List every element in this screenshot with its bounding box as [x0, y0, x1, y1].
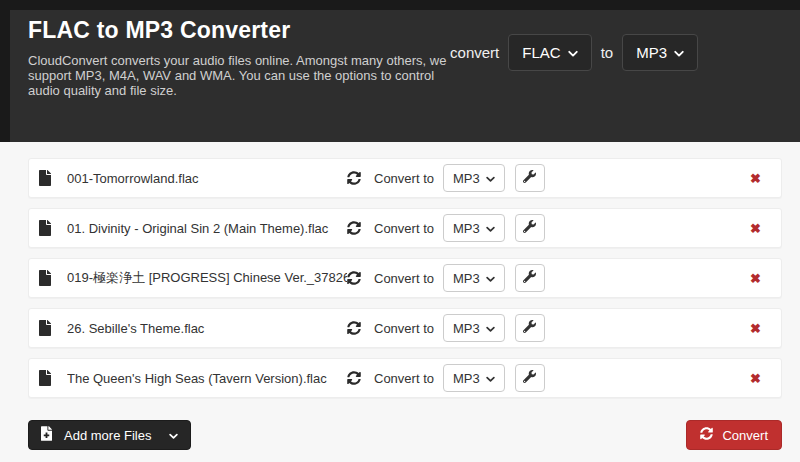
convert-button-label: Convert [722, 428, 768, 443]
file-row: The Queen's High Seas (Tavern Version).f… [28, 358, 782, 398]
file-name: 26. Sebille's Theme.flac [67, 321, 347, 336]
chevron-down-icon [674, 44, 684, 61]
file-row: 01. Divinity - Original Sin 2 (Main Them… [28, 208, 782, 248]
row-format-value: MP3 [453, 321, 480, 336]
footer-bar: Add more Files Convert [28, 420, 782, 450]
wrench-icon [523, 320, 536, 336]
file-icon [39, 270, 53, 286]
row-format-value: MP3 [453, 271, 480, 286]
description-line: audio quality and file size. [28, 83, 800, 98]
convert-to-label: Convert to [374, 221, 434, 236]
remove-file-button[interactable]: ✖ [750, 322, 761, 335]
convert-button[interactable]: Convert [686, 420, 782, 450]
chevron-down-icon [486, 171, 495, 186]
convert-to-label: Convert to [374, 171, 434, 186]
file-icon [39, 370, 53, 386]
page-header: FLAC to MP3 Converter CloudConvert conve… [0, 0, 800, 142]
row-format-value: MP3 [453, 171, 480, 186]
refresh-icon[interactable] [347, 221, 361, 235]
remove-file-button[interactable]: ✖ [750, 222, 761, 235]
wrench-icon [523, 170, 536, 186]
refresh-icon[interactable] [347, 371, 361, 385]
wrench-icon [523, 220, 536, 236]
options-button[interactable] [515, 214, 545, 242]
add-more-files-label: Add more Files [64, 428, 151, 443]
remove-file-button[interactable]: ✖ [750, 372, 761, 385]
refresh-icon[interactable] [347, 271, 361, 285]
row-format-dropdown[interactable]: MP3 [443, 364, 505, 392]
file-row: 26. Sebille's Theme.flac Convert to MP3 … [28, 308, 782, 348]
refresh-icon [700, 427, 713, 443]
options-button[interactable] [515, 164, 545, 192]
row-format-value: MP3 [453, 221, 480, 236]
file-row: 019-極楽浄土 [PROGRESS] Chinese Ver._3782668… [28, 258, 782, 298]
chevron-down-icon [169, 428, 178, 443]
row-format-dropdown[interactable]: MP3 [443, 264, 505, 292]
row-format-dropdown[interactable]: MP3 [443, 314, 505, 342]
wrench-icon [523, 370, 536, 386]
convert-to-label: Convert to [374, 371, 434, 386]
source-format-value: FLAC [522, 44, 560, 61]
options-button[interactable] [515, 314, 545, 342]
file-icon [39, 170, 53, 186]
row-format-value: MP3 [453, 371, 480, 386]
target-format-value: MP3 [636, 44, 667, 61]
refresh-icon[interactable] [347, 321, 361, 335]
remove-file-button[interactable]: ✖ [750, 172, 761, 185]
convert-label: convert [450, 44, 499, 61]
target-format-dropdown[interactable]: MP3 [622, 34, 698, 71]
format-picker: convert FLAC to MP3 [450, 34, 707, 71]
row-format-dropdown[interactable]: MP3 [443, 214, 505, 242]
to-label: to [601, 44, 614, 61]
file-row: 001-Tomorrowland.flac Convert to MP3 ✖ [28, 158, 782, 198]
file-name: The Queen's High Seas (Tavern Version).f… [67, 371, 347, 386]
file-icon [39, 220, 53, 236]
chevron-down-icon [486, 321, 495, 336]
file-plus-icon [41, 426, 52, 444]
remove-file-button[interactable]: ✖ [750, 272, 761, 285]
row-format-dropdown[interactable]: MP3 [443, 164, 505, 192]
convert-to-label: Convert to [374, 321, 434, 336]
wrench-icon [523, 270, 536, 286]
options-button[interactable] [515, 264, 545, 292]
options-button[interactable] [515, 364, 545, 392]
file-name: 01. Divinity - Original Sin 2 (Main Them… [67, 221, 347, 236]
file-icon [39, 320, 53, 336]
add-more-files-button[interactable]: Add more Files [28, 420, 191, 450]
file-name: 001-Tomorrowland.flac [67, 171, 347, 186]
convert-to-label: Convert to [374, 271, 434, 286]
chevron-down-icon [486, 271, 495, 286]
chevron-down-icon [568, 44, 578, 61]
chevron-down-icon [486, 371, 495, 386]
file-list: 001-Tomorrowland.flac Convert to MP3 ✖ 0… [0, 142, 800, 398]
file-name: 019-極楽浄土 [PROGRESS] Chinese Ver._3782668… [67, 269, 347, 287]
source-format-dropdown[interactable]: FLAC [508, 34, 591, 71]
chevron-down-icon [486, 221, 495, 236]
refresh-icon[interactable] [347, 171, 361, 185]
